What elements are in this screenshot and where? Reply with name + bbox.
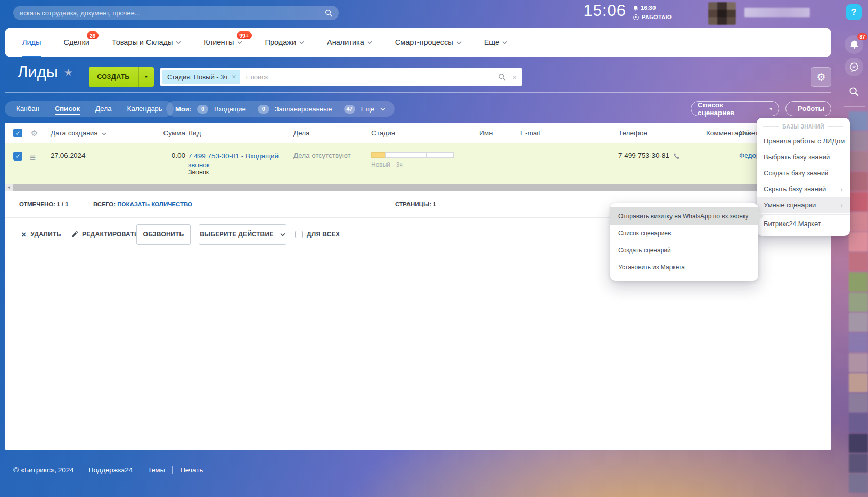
chat-bubble-icon: [849, 62, 859, 72]
page-title: Лиды ★: [18, 63, 73, 82]
scroll-left-arrow-icon[interactable]: ◄: [5, 184, 13, 191]
counters-label: Мои:: [175, 105, 191, 113]
menu-item-hide-kb[interactable]: Скрыть базу знаний ›: [757, 181, 850, 197]
nav-tab-clients[interactable]: Клиенты 99+: [192, 28, 253, 57]
submenu-item-scenario-list[interactable]: Список сценариев: [610, 225, 758, 242]
user-avatar[interactable]: [708, 2, 736, 25]
planned-count-badge[interactable]: 0: [258, 105, 269, 114]
column-header-name[interactable]: Имя: [479, 123, 493, 143]
global-search-input[interactable]: [20, 9, 325, 17]
view-tab-kanban[interactable]: Канбан: [16, 101, 39, 117]
checked-label: ОТМЕЧЕНО:: [19, 201, 55, 207]
footer-copyright: © «Битрикс», 2024: [13, 466, 81, 474]
table-row[interactable]: ✓ ≡ 27.06.2024 0.00 7 499 753-30-81 - Вх…: [5, 143, 831, 184]
menu-item-create-kb[interactable]: Создать базу знаний: [757, 165, 850, 181]
title-divider: [5, 92, 831, 93]
column-header-stage[interactable]: Стадия: [371, 123, 395, 143]
chevron-down-icon: [456, 41, 462, 44]
nav-tab-products[interactable]: Товары и Склады: [101, 28, 192, 57]
filter-search-field[interactable]: Стадия: Новый - 3ч × ×: [160, 68, 522, 86]
alarm-time: 16:30: [641, 5, 656, 11]
column-header-phone[interactable]: Телефон: [618, 123, 647, 143]
cell-lead-link[interactable]: 7 499 753-30-81 - Входящий звонок: [188, 152, 286, 169]
delete-button[interactable]: × УДАЛИТЬ: [21, 224, 61, 245]
submenu-item-install-from-market[interactable]: Установить из Маркета: [610, 259, 758, 276]
view-tab-list[interactable]: Список: [55, 101, 80, 117]
column-header-lead[interactable]: Лид: [188, 123, 201, 143]
create-dropdown-caret[interactable]: ▾: [138, 67, 154, 87]
alarm-block[interactable]: 16:30: [633, 5, 656, 11]
menu-item-choose-kb[interactable]: Выбрать базу знаний: [757, 149, 850, 165]
nav-tab-deals[interactable]: Сделки 26: [53, 28, 101, 57]
more-label[interactable]: Ещё: [361, 105, 375, 113]
filter-chip[interactable]: Стадия: Новый - 3ч ×: [162, 70, 240, 84]
incoming-label[interactable]: Входящие: [214, 105, 246, 113]
robots-button[interactable]: Роботы: [785, 101, 831, 116]
chevron-down-icon[interactable]: [380, 107, 385, 111]
view-tab-deals[interactable]: Дела: [95, 101, 112, 117]
delete-label: УДАЛИТЬ: [30, 231, 61, 238]
row-drag-handle-icon[interactable]: ≡: [30, 148, 36, 168]
scenarios-list-button[interactable]: Список сценариев ▾: [691, 101, 779, 116]
menu-item-smart-scenarios[interactable]: Умные сценарии ›: [757, 197, 850, 213]
call-button[interactable]: ОБЗВОНИТЬ: [136, 224, 191, 245]
view-tab-calendar[interactable]: Календарь: [127, 101, 162, 117]
select-action-dropdown[interactable]: ВЫБЕРИТЕ ДЕЙСТВИЕ: [199, 224, 286, 245]
delete-x-icon: ×: [21, 230, 26, 239]
row-checkbox[interactable]: ✓: [13, 152, 22, 161]
pencil-icon: [71, 231, 78, 238]
grid-settings-button[interactable]: ⚙: [811, 67, 831, 87]
clock-time[interactable]: 15:06: [582, 2, 626, 20]
cell-phone: 7 499 753-30-81: [618, 146, 669, 166]
menu-item-bitrix-market[interactable]: Битрикс24.Маркет: [757, 216, 850, 232]
footer-print-link[interactable]: Печать: [172, 466, 210, 474]
column-settings-gear-icon[interactable]: ⚙: [31, 123, 38, 143]
scrollbar-thumb[interactable]: [13, 184, 831, 191]
sidebar-search-button[interactable]: [845, 83, 863, 101]
app-tiles[interactable]: [849, 111, 868, 493]
column-header-email[interactable]: E-mail: [520, 123, 540, 143]
help-button[interactable]: ?: [846, 4, 862, 20]
incoming-count-badge[interactable]: 0: [197, 105, 208, 114]
planned-label[interactable]: Запланированные: [275, 105, 332, 113]
edit-button[interactable]: РЕДАКТИРОВАТЬ: [71, 224, 139, 245]
nav-tab-label: Аналитика: [327, 28, 364, 57]
submenu-item-whatsapp-card[interactable]: Отправить визитку на WhatsApp по вх.звон…: [610, 207, 758, 225]
menu-item-lead-rules[interactable]: Правила работы с ЛИДом: [757, 133, 850, 149]
user-name[interactable]: [744, 8, 810, 17]
column-header-sum[interactable]: Сумма: [139, 123, 185, 143]
caret-down-icon[interactable]: ▾: [769, 106, 772, 111]
global-search[interactable]: [13, 6, 339, 20]
table-header-row: ✓ ⚙ Дата создания Сумма Лид Дела Стадия …: [5, 123, 831, 143]
filter-search-input[interactable]: [244, 73, 498, 81]
messenger-button[interactable]: [845, 58, 863, 76]
for-all-checkbox[interactable]: [295, 231, 303, 238]
nav-tab-analytics[interactable]: Аналитика: [316, 28, 384, 57]
select-all-checkbox[interactable]: ✓: [13, 129, 22, 137]
filter-chip-remove-icon[interactable]: ×: [232, 73, 236, 81]
notifications-button[interactable]: 87: [845, 35, 863, 54]
nav-tab-sales[interactable]: Продажи: [254, 28, 316, 57]
horizontal-scrollbar[interactable]: ◄: [5, 184, 831, 191]
filter-clear-icon[interactable]: ×: [512, 73, 517, 82]
bell-icon: [850, 40, 859, 49]
submenu-item-create-scenario[interactable]: Создать сценарий: [610, 242, 758, 259]
for-all-checkbox-group[interactable]: ДЛЯ ВСЕХ: [295, 224, 340, 245]
footer-support-link[interactable]: Поддержка24: [81, 466, 140, 474]
show-count-link[interactable]: ПОКАЗАТЬ КОЛИЧЕСТВО: [117, 201, 192, 207]
filter-search-icon[interactable]: [498, 73, 506, 81]
column-header-cases[interactable]: Дела: [293, 123, 310, 143]
create-button[interactable]: СОЗДАТЬ ▾: [89, 67, 154, 87]
work-status[interactable]: РАБОТАЮ: [633, 14, 672, 20]
column-header-date[interactable]: Дата создания: [51, 123, 106, 143]
stage-progress[interactable]: [371, 152, 454, 158]
nav-tab-smart-processes[interactable]: Смарт-процессы: [384, 28, 473, 57]
footer-themes-link[interactable]: Темы: [140, 466, 172, 474]
nav-tab-leads[interactable]: Лиды: [11, 28, 53, 57]
nav-tab-more[interactable]: Еще: [473, 28, 519, 57]
phone-icon[interactable]: [673, 153, 680, 159]
more-count-badge[interactable]: 47: [344, 105, 355, 114]
search-icon[interactable]: [325, 9, 333, 17]
select-action-label: ВЫБЕРИТЕ ДЕЙСТВИЕ: [200, 231, 274, 238]
favorite-star-icon[interactable]: ★: [64, 67, 73, 78]
